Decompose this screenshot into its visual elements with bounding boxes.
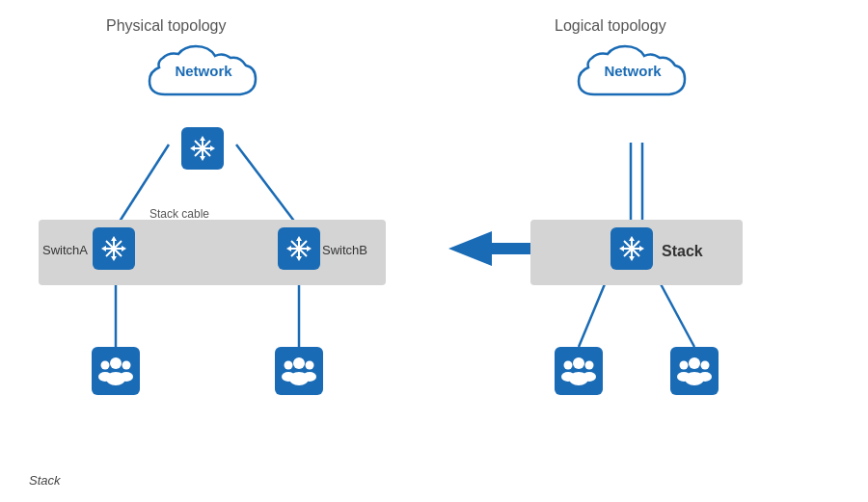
svg-marker-19 [210,145,215,151]
logical-stack-label: Stack [662,243,703,260]
svg-point-62 [583,372,596,382]
svg-text:Network: Network [604,63,662,79]
switch-a-label: SwitchA [42,241,88,258]
svg-point-68 [698,372,712,382]
svg-point-66 [677,372,691,382]
svg-point-40 [122,361,131,370]
svg-marker-53 [629,236,635,241]
logical-cloud: Network [569,39,696,119]
svg-marker-24 [111,236,117,241]
svg-point-41 [120,372,133,382]
svg-point-65 [680,361,689,370]
svg-point-67 [701,361,710,370]
physical-cloud: Network [140,39,267,119]
svg-point-36 [110,357,122,369]
svg-point-38 [101,361,110,370]
svg-point-60 [561,372,575,382]
logical-users-right [670,347,719,395]
physical-users-right [275,347,323,395]
footer-stack-label: Stack [29,471,61,489]
svg-point-57 [573,357,584,369]
svg-point-42 [293,357,305,369]
svg-point-59 [564,361,573,370]
physical-title: Physical topology [106,17,227,35]
svg-marker-55 [619,246,624,251]
logical-stack-switch [610,227,653,270]
svg-point-45 [282,372,295,382]
svg-text:Network: Network [175,63,232,79]
logical-users-left [555,347,603,395]
switch-a-icon [93,227,135,270]
svg-marker-32 [296,236,302,241]
svg-marker-18 [190,145,195,151]
svg-point-61 [585,361,594,370]
physical-top-switch [181,127,224,170]
svg-point-44 [285,361,293,370]
svg-point-46 [306,361,314,370]
switch-b-label: SwitchB [322,241,367,258]
switch-b-icon [278,227,320,270]
svg-marker-25 [111,256,117,261]
logical-title: Logical topology [555,17,666,35]
svg-marker-34 [286,246,291,251]
svg-marker-54 [629,256,635,261]
svg-marker-10 [448,231,530,266]
svg-marker-17 [200,156,205,161]
svg-marker-33 [296,256,302,261]
physical-users-left [92,347,140,395]
svg-marker-56 [639,246,644,251]
svg-line-2 [236,145,299,227]
svg-marker-35 [307,246,312,251]
svg-point-63 [689,357,700,369]
svg-point-47 [303,372,316,382]
svg-marker-16 [200,136,205,141]
svg-marker-27 [122,246,126,251]
diagram-container: Physical topology Network Stack cable [0,0,868,502]
svg-marker-26 [101,246,106,251]
svg-point-39 [98,372,112,382]
stack-cable-label: Stack cable [149,204,209,222]
